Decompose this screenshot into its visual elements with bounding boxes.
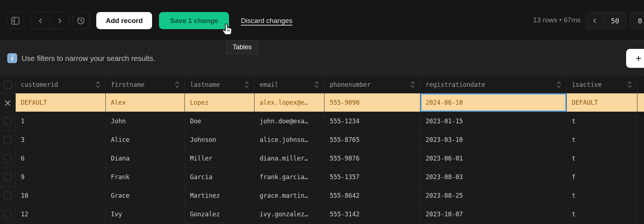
row-checkbox[interactable] <box>4 173 12 181</box>
data-grid: customeridfirstnamelastnameemailphonenum… <box>0 76 644 224</box>
sort-icon[interactable] <box>410 80 415 89</box>
cell-isactive[interactable]: f <box>567 168 637 186</box>
cell-lastname[interactable]: Garcia <box>185 168 255 186</box>
cell-firstname[interactable]: Alice <box>106 131 185 149</box>
discard-changes-link[interactable]: Discard changes <box>241 17 292 25</box>
cell-firstname[interactable]: Alex <box>106 93 185 112</box>
column-header-phonenumber[interactable]: phonenumber <box>325 76 420 93</box>
table-body: ×DEFAULTAlexLopezalex.lopex@e…555-909020… <box>0 93 644 224</box>
sort-icon[interactable] <box>244 80 249 89</box>
row-select-cell[interactable] <box>0 205 16 223</box>
cell-firstname[interactable]: Grace <box>106 186 185 205</box>
cell-firstname[interactable]: Diana <box>106 149 185 167</box>
cell-phonenumber[interactable]: 555-3142 <box>325 205 420 223</box>
row-select-cell[interactable] <box>0 168 16 186</box>
row-checkbox[interactable] <box>4 117 12 125</box>
cell-email[interactable]: diana.miller… <box>255 149 325 167</box>
cell-isactive[interactable]: t <box>567 149 637 167</box>
cell-registrationdate[interactable]: 2024-06-10 <box>420 93 567 112</box>
sort-icon[interactable] <box>96 80 100 89</box>
tables-tooltip: Tables <box>226 40 258 54</box>
chevron-left-icon <box>38 18 43 24</box>
cell-email[interactable]: alex.lopex@e… <box>255 93 325 112</box>
cell-registrationdate[interactable]: 2023-08-25 <box>420 186 567 205</box>
cell-customerid[interactable]: 1 <box>16 112 106 130</box>
select-all-checkbox[interactable] <box>4 81 12 89</box>
row-filler <box>637 186 644 205</box>
cell-phonenumber[interactable]: 555-8765 <box>325 131 420 149</box>
forward-button[interactable] <box>50 12 69 29</box>
query-history-button[interactable] <box>72 12 90 29</box>
cell-lastname[interactable]: Doe <box>185 112 255 130</box>
cell-firstname[interactable]: Frank <box>106 168 185 186</box>
cell-email[interactable]: ivy.gonzalez… <box>255 205 325 223</box>
column-label: registrationdate <box>426 81 485 88</box>
cell-isactive[interactable]: t <box>567 112 637 130</box>
cell-registrationdate[interactable]: 2023-10-07 <box>420 205 567 223</box>
column-header-isactive[interactable]: isactive <box>567 76 637 93</box>
cell-lastname[interactable]: Martinez <box>185 186 255 205</box>
row-select-cell[interactable] <box>0 149 16 167</box>
cell-phonenumber[interactable]: 555-9090 <box>325 93 420 112</box>
cell-lastname[interactable]: Gonzalez <box>185 205 255 223</box>
back-button[interactable] <box>31 12 50 29</box>
row-checkbox[interactable] <box>4 210 12 218</box>
row-delete-icon[interactable]: × <box>4 98 12 108</box>
sort-icon[interactable] <box>314 80 319 89</box>
row-select-cell[interactable] <box>0 131 16 149</box>
cell-isactive[interactable]: DEFAULT <box>567 93 637 112</box>
cell-email[interactable]: john.doe@exa… <box>255 112 325 130</box>
select-all-cell[interactable] <box>0 76 16 93</box>
column-header-firstname[interactable]: firstname <box>106 76 185 93</box>
cell-customerid[interactable]: 12 <box>16 205 106 223</box>
sort-icon[interactable] <box>556 80 561 89</box>
column-header-email[interactable]: email <box>255 76 325 93</box>
table-row: 1JohnDoejohn.doe@exa…555-12342023-01-15t <box>0 112 644 131</box>
cell-customerid[interactable]: 10 <box>16 186 106 205</box>
cell-lastname[interactable]: Johnson <box>185 131 255 149</box>
column-header-lastname[interactable]: lastname <box>185 76 255 93</box>
add-filter-button[interactable]: + <box>626 49 644 68</box>
cell-firstname[interactable]: Ivy <box>106 205 185 223</box>
cell-registrationdate[interactable]: 2023-08-03 <box>420 168 567 186</box>
sort-icon[interactable] <box>627 80 632 89</box>
cell-registrationdate[interactable]: 2023-03-10 <box>420 131 567 149</box>
page-offset-field[interactable]: 0 <box>629 12 644 29</box>
sort-icon[interactable] <box>175 80 179 89</box>
cell-customerid[interactable]: 3 <box>16 131 106 149</box>
cell-isactive[interactable]: t <box>567 205 637 223</box>
column-header-registrationdate[interactable]: registrationdate <box>420 76 567 93</box>
row-filler <box>637 149 644 167</box>
cell-isactive[interactable]: t <box>567 186 637 205</box>
cell-phonenumber[interactable]: 555-1234 <box>325 112 420 130</box>
cell-phonenumber[interactable]: 555-9876 <box>325 149 420 167</box>
cell-customerid[interactable]: DEFAULT <box>16 93 106 112</box>
cell-phonenumber[interactable]: 555-1357 <box>325 168 420 186</box>
cell-customerid[interactable]: 9 <box>16 168 106 186</box>
cell-registrationdate[interactable]: 2023-01-15 <box>420 112 567 130</box>
row-checkbox[interactable] <box>4 136 12 144</box>
row-checkbox[interactable] <box>4 154 12 162</box>
save-changes-button[interactable]: Save 1 change <box>159 12 229 29</box>
cell-firstname[interactable]: John <box>106 112 185 130</box>
cell-lastname[interactable]: Miller <box>185 149 255 167</box>
cell-email[interactable]: grace.martin… <box>255 186 325 205</box>
cell-customerid[interactable]: 6 <box>16 149 106 167</box>
column-label: phonenumber <box>330 81 371 88</box>
page-prev-button[interactable] <box>586 12 604 29</box>
cell-phonenumber[interactable]: 555-8642 <box>325 186 420 205</box>
row-filler <box>637 205 644 223</box>
page-size-field[interactable]: 50 <box>604 12 626 29</box>
row-checkbox[interactable] <box>4 192 12 200</box>
column-header-customerid[interactable]: customerid <box>16 76 106 93</box>
cell-registrationdate[interactable]: 2023-06-01 <box>420 149 567 167</box>
cell-lastname[interactable]: Lopez <box>185 93 255 112</box>
add-record-button[interactable]: Add record <box>96 12 152 29</box>
cell-email[interactable]: frank.garcia… <box>255 168 325 186</box>
sidebar-toggle-button[interactable] <box>7 12 24 29</box>
cell-email[interactable]: alice.johnso… <box>255 131 325 149</box>
row-select-cell[interactable] <box>0 112 16 130</box>
row-select-cell[interactable]: × <box>0 93 16 112</box>
row-select-cell[interactable] <box>0 186 16 205</box>
cell-isactive[interactable]: t <box>567 131 637 149</box>
